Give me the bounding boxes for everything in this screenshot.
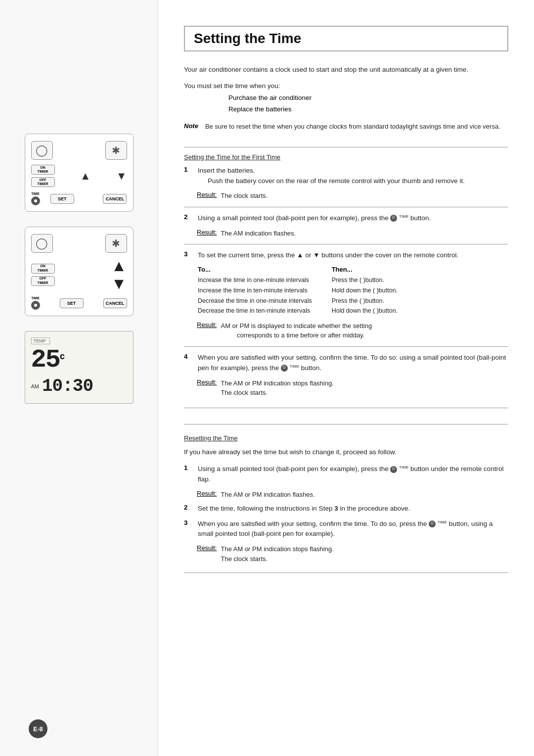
time-button: TIME bbox=[31, 192, 40, 205]
step-3-table: To... Increase the time in one-minute in… bbox=[198, 266, 508, 316]
then-row-1: Press the ( )button. bbox=[332, 275, 398, 285]
divider-end bbox=[184, 572, 508, 573]
step-3-result: Result: AM or PM is displayed to indicat… bbox=[197, 321, 508, 340]
arrow-down-icon: ▼ bbox=[116, 170, 127, 183]
off-timer-btn: OFFTIMER bbox=[31, 177, 55, 187]
then-column: Then... Press the ( )button. Hold down t… bbox=[332, 266, 398, 316]
set-btn: SET bbox=[50, 194, 74, 204]
reset-step-1-result: Result: The AM or PM indication flashes. bbox=[197, 490, 508, 500]
then-header: Then... bbox=[332, 266, 398, 273]
page-badge: E·8 bbox=[29, 719, 47, 738]
reset-step-3-result: Result: The AM or PM indication stops fl… bbox=[197, 544, 508, 564]
result-label-3: Result: bbox=[197, 321, 217, 329]
first-time-heading: Setting the T­ime for the First T­ime bbox=[184, 153, 508, 161]
remote2-on-timer: ONTIMER bbox=[31, 264, 55, 274]
to-row-1: Increase the time in one-minute interval… bbox=[198, 275, 312, 285]
to-row-3: Decrease the time in one-minute interval… bbox=[198, 296, 312, 306]
reset-result-text-1: The AM or PM indication flashes. bbox=[221, 490, 314, 500]
to-header: To... bbox=[198, 266, 312, 273]
step-4-num: 4 bbox=[184, 353, 193, 360]
right-content: Setting the Time Your air conditioner co… bbox=[158, 0, 534, 756]
reset-step-3-num: 3 bbox=[184, 519, 193, 526]
time-icon-step4: ⊙ bbox=[281, 365, 288, 372]
big-arrow-up-icon: ▲ bbox=[111, 258, 127, 274]
first-time-section: Setting the T­ime for the First T­ime 1 … bbox=[184, 153, 508, 402]
result-label-4: Result: bbox=[197, 378, 217, 386]
step-4-text: When you are satisfied with your setting… bbox=[198, 353, 508, 374]
result-text-1: The clock starts. bbox=[221, 191, 267, 201]
to-row-2: Increase the time in ten-minute interval… bbox=[198, 285, 312, 296]
step-1-result: Result: The clock starts. bbox=[197, 191, 508, 201]
resetting-heading: Resetting the T­ime bbox=[184, 434, 508, 442]
lcd-am-indicator: AM bbox=[31, 383, 40, 389]
cancel-btn: CANCEL bbox=[103, 194, 127, 204]
remote-icon-circle: ◯ bbox=[31, 141, 53, 160]
step-1-num: 1 bbox=[184, 166, 193, 173]
remote-icon-star: ✱ bbox=[105, 141, 127, 160]
time-icon-step2: ⊙ bbox=[390, 215, 397, 222]
intro-para1: Your air conditioner contains a clock us… bbox=[184, 64, 508, 75]
reset-step-2: 2 Set the time, following the instructio… bbox=[184, 504, 508, 514]
resetting-intro: If you have already set the time but wis… bbox=[184, 447, 508, 458]
reset-step-2-text: Set the time, following the instructions… bbox=[198, 504, 508, 514]
divider-step1 bbox=[184, 207, 508, 207]
remote2-off-timer: OFFTIMER bbox=[31, 276, 55, 286]
lcd-temp-label: TEMP bbox=[31, 337, 50, 344]
divider-main bbox=[184, 408, 508, 408]
reset-step-3: 3 When you are satisfied with your setti… bbox=[184, 519, 508, 540]
time-icon-reset1: ⊙ bbox=[390, 466, 397, 473]
bullet-list: Purchase the air conditioner Replace the… bbox=[228, 93, 508, 115]
divider-main2 bbox=[184, 424, 508, 425]
result-label-1: Result: bbox=[197, 191, 217, 198]
note-row: Note Be sure to reset the time when you … bbox=[184, 122, 508, 132]
divider-step3 bbox=[184, 346, 508, 347]
to-row-4: Decrease the time in ten-minute interval… bbox=[198, 306, 312, 316]
step-1: 1 Insert the batteries. Push the battery… bbox=[184, 166, 508, 187]
step-3: 3 To set the current time, press the ▲ o… bbox=[184, 250, 508, 261]
bullet-batteries: Replace the batteries bbox=[228, 104, 508, 115]
page-title: Setting the Time bbox=[184, 26, 508, 51]
on-timer-btn: ONTIMER bbox=[31, 165, 55, 175]
then-row-3: Press the ( )button. bbox=[332, 296, 398, 306]
then-row-4: Hold down the ( )button. bbox=[332, 306, 398, 316]
result-label-2: Result: bbox=[197, 229, 217, 236]
step-2-result: Result: The AM indication flashes. bbox=[197, 229, 508, 238]
remote-diagram-2: ◯ ✱ ONTIMER OFFTIMER ▲ ▼ bbox=[25, 227, 134, 316]
then-row-2: Hold down the ( )button. bbox=[332, 285, 398, 296]
to-column: To... Increase the time in one-minute in… bbox=[198, 266, 312, 316]
remote2-cancel-btn: CANCEL bbox=[103, 298, 127, 308]
step-3-text: To set the current time, press the ▲ or … bbox=[198, 250, 508, 261]
reset-result-label-1: Result: bbox=[197, 490, 217, 497]
remote2-time-button: TIME bbox=[31, 296, 40, 310]
lcd-temp-unit: c bbox=[60, 351, 65, 362]
remote2-icon-star: ✱ bbox=[105, 234, 127, 253]
big-arrow-down-icon: ▼ bbox=[111, 276, 127, 291]
arrow-up-icon: ▲ bbox=[80, 170, 91, 183]
lcd-time-value: 10:30 bbox=[42, 376, 93, 396]
step-3-num: 3 bbox=[184, 250, 193, 258]
result-text-4: The AM or PM indication stops flashing. … bbox=[221, 378, 333, 398]
step-2: 2 Using a small pointed tool (ball-point… bbox=[184, 213, 508, 224]
step-4-result: Result: The AM or PM indication stops fl… bbox=[197, 378, 508, 398]
note-text: Be sure to reset the time when you chang… bbox=[205, 122, 500, 132]
reset-step-3-text: When you are satisfied with your setting… bbox=[198, 519, 508, 540]
result-text-3: AM or PM is displayed to indicate whethe… bbox=[221, 321, 372, 340]
reset-step-1-text: Using a small pointed tool (ball-point p… bbox=[198, 464, 508, 485]
step-4: 4 When you are satisfied with your setti… bbox=[184, 353, 508, 374]
remote2-icon-circle: ◯ bbox=[31, 234, 53, 253]
step-2-num: 2 bbox=[184, 213, 193, 221]
reset-result-text-3: The AM or PM indication stops flashing. … bbox=[221, 544, 333, 564]
divider-step2 bbox=[184, 244, 508, 244]
note-label: Note bbox=[184, 122, 198, 130]
lcd-temp-value: 25 bbox=[31, 347, 60, 373]
step-2-text: Using a small pointed tool (ball-point p… bbox=[198, 213, 508, 224]
must-set-text: You must set the time when you: bbox=[184, 82, 508, 90]
left-panel: ◯ ✱ ONTIMER OFFTIMER ▲ ▼ bbox=[0, 0, 158, 756]
reset-step-1-num: 1 bbox=[184, 464, 193, 472]
resetting-section: Resetting the T­ime If you have already … bbox=[184, 434, 508, 579]
divider-1 bbox=[184, 147, 508, 147]
reset-step-2-num: 2 bbox=[184, 504, 193, 511]
reset-result-label-3: Result: bbox=[197, 544, 217, 552]
step-1-text: Insert the batteries. Push the battery c… bbox=[198, 166, 508, 187]
bullet-purchase: Purchase the air conditioner bbox=[228, 93, 508, 104]
